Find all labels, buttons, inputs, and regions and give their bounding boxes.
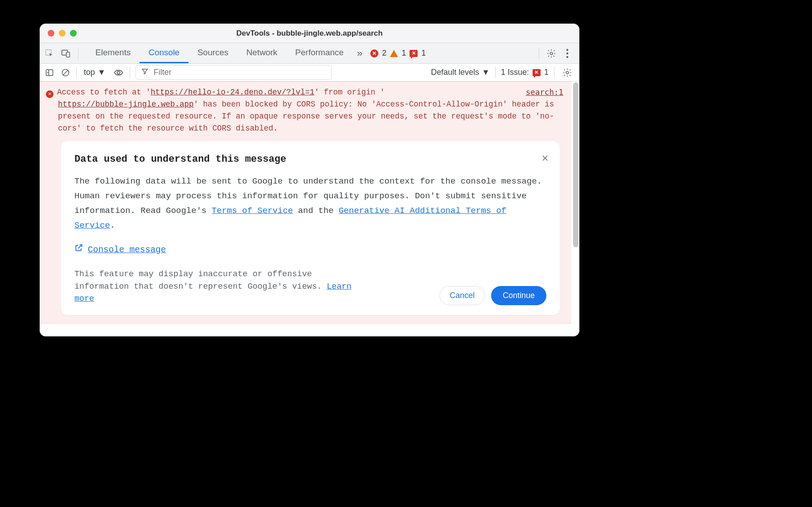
scrollbar[interactable] (573, 82, 578, 247)
ai-disclaimer: This feature may display inaccurate or o… (74, 268, 364, 305)
error-url-2[interactable]: https://bubble-jingle.web.app (58, 100, 194, 109)
svg-point-3 (550, 52, 553, 55)
error-count: 2 (382, 49, 386, 58)
tos-link[interactable]: Terms of Service (212, 206, 293, 216)
sidebar-toggle-icon[interactable] (44, 67, 55, 78)
status-counters: ✕ 2 1 ✕ 1 (367, 49, 429, 58)
filter-icon (141, 68, 148, 77)
levels-label: Default levels (431, 68, 479, 77)
console-body: search:1 ✕Access to fetch at 'https://he… (40, 82, 579, 336)
divider (495, 67, 496, 78)
error-badge-icon[interactable]: ✕ (370, 49, 378, 57)
issue-badge-icon[interactable]: ✕ (410, 50, 418, 57)
dropdown-icon: ▼ (482, 68, 490, 77)
tab-sources[interactable]: Sources (189, 43, 238, 63)
svg-point-4 (566, 49, 568, 50)
svg-rect-2 (66, 52, 70, 57)
ai-card-body: The following data will be sent to Googl… (74, 174, 546, 233)
svg-point-6 (566, 56, 568, 57)
titlebar: DevTools - bubble-jingle.web.app/search (40, 24, 579, 43)
console-settings-icon[interactable] (560, 66, 575, 79)
cancel-button[interactable]: Cancel (439, 286, 485, 305)
svg-point-11 (117, 71, 120, 74)
warning-badge-icon[interactable] (390, 50, 398, 57)
close-window-button[interactable] (48, 30, 54, 37)
tab-console[interactable]: Console (139, 43, 189, 63)
ai-card-title: Data used to understand this message (74, 152, 546, 167)
tab-elements[interactable]: Elements (86, 43, 139, 63)
dropdown-icon: ▼ (98, 68, 106, 77)
ai-card-footer: This feature may display inaccurate or o… (74, 268, 546, 305)
close-icon[interactable] (541, 153, 549, 167)
error-text-mid1: ' from origin ' (315, 88, 385, 97)
window-title: DevTools - bubble-jingle.web.app/search (40, 29, 579, 38)
error-icon: ✕ (46, 90, 53, 98)
divider (539, 48, 539, 59)
ai-body-mid: and the (293, 206, 339, 216)
filter-box[interactable] (135, 65, 332, 80)
issues-indicator[interactable]: 1 Issue: ✕ 1 (501, 68, 549, 77)
tabbar-left-icons (44, 48, 86, 59)
traffic-lights (40, 30, 77, 37)
tabbar: Elements Console Sources Network Perform… (40, 43, 579, 64)
divider (76, 67, 77, 78)
live-expression-icon[interactable] (113, 67, 124, 78)
tabbar-right (539, 47, 575, 60)
continue-button[interactable]: Continue (491, 286, 546, 305)
console-message-link-row[interactable]: Console message (74, 243, 546, 257)
minimize-window-button[interactable] (59, 30, 66, 37)
tabs: Elements Console Sources Network Perform… (86, 43, 353, 63)
device-toggle-icon[interactable] (61, 49, 71, 58)
svg-point-5 (566, 52, 568, 54)
context-selector[interactable]: top ▼ (82, 68, 107, 77)
ai-body-post: . (110, 221, 115, 230)
warning-count: 1 (402, 49, 406, 58)
disclaimer-text: This feature may display inaccurate or o… (74, 270, 327, 291)
more-tabs-icon[interactable]: » (353, 48, 367, 59)
maximize-window-button[interactable] (70, 30, 77, 37)
inspect-icon[interactable] (44, 49, 54, 58)
svg-point-12 (566, 71, 569, 74)
error-source-link[interactable]: search:1 (526, 86, 563, 98)
issues-label: 1 Issue: (501, 68, 529, 77)
tab-performance[interactable]: Performance (286, 43, 353, 63)
console-message-link[interactable]: Console message (88, 243, 166, 257)
divider (78, 48, 78, 59)
console-error-row[interactable]: search:1 ✕Access to fetch at 'https://he… (40, 82, 571, 323)
svg-rect-7 (46, 70, 53, 75)
svg-line-10 (63, 70, 68, 75)
ai-understand-card: Data used to understand this message The… (61, 141, 560, 315)
ai-card-buttons: Cancel Continue (439, 286, 546, 305)
kebab-menu-icon[interactable] (563, 47, 571, 60)
external-link-icon (74, 243, 83, 257)
clear-console-icon[interactable] (60, 67, 71, 78)
devtools-window: DevTools - bubble-jingle.web.app/search … (40, 24, 579, 336)
context-label: top (84, 68, 95, 77)
issue-badge-icon: ✕ (533, 69, 541, 76)
filter-input[interactable] (153, 67, 326, 78)
settings-icon[interactable] (544, 47, 559, 60)
error-url-1[interactable]: https://hello-io-24.deno.dev/?lvl=1 (151, 88, 315, 97)
console-toolbar: top ▼ Default levels ▼ 1 Issue: ✕ 1 (40, 64, 579, 82)
tab-network[interactable]: Network (238, 43, 287, 63)
divider (554, 67, 554, 78)
issues-count: 1 (544, 68, 549, 77)
issue-count: 1 (421, 49, 426, 58)
divider (130, 67, 130, 78)
error-text-prefix: Access to fetch at ' (57, 88, 151, 97)
levels-selector[interactable]: Default levels ▼ (431, 68, 490, 77)
